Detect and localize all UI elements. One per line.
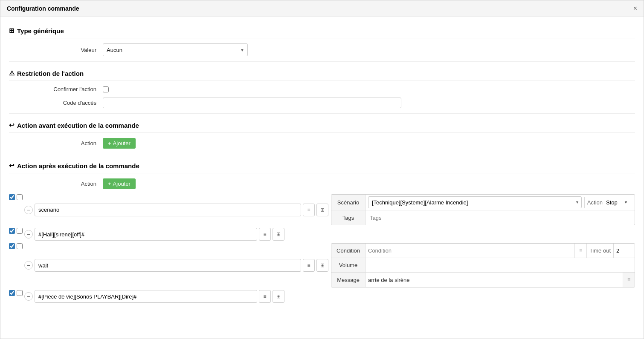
- section-restriction-title: Restriction de l'action: [17, 70, 84, 77]
- section-type-generique: ⊞ Type générique: [9, 23, 635, 38]
- plus-icon-avant: +: [108, 140, 111, 147]
- row2-check-gray[interactable]: [17, 228, 23, 234]
- row1-check-blue[interactable]: [9, 194, 15, 200]
- row4-grid-button[interactable]: ⊞: [273, 290, 284, 303]
- row3-detail-table: Condition ≡ Time out: [331, 243, 635, 287]
- row2-inner: − ≡ ⊞: [24, 228, 284, 241]
- row1-check-gray[interactable]: [17, 194, 23, 200]
- table-row: − ≡ ⊞ Scénario: [9, 194, 635, 225]
- row4-check-blue[interactable]: [9, 290, 15, 296]
- section-action-avant-title: Action avant exécution de la commande: [17, 122, 139, 129]
- add-action-apres-button[interactable]: + Ajouter: [103, 178, 136, 189]
- form-group-valeur: Valeur Aucun: [9, 43, 635, 56]
- section-action-apres-title: Action après exécution de la commande: [17, 162, 139, 170]
- confirmer-checkbox[interactable]: [103, 86, 109, 92]
- code-input[interactable]: [103, 98, 401, 108]
- row3-right-col: Condition ≡ Time out: [331, 243, 635, 287]
- row3-message-icon-btn[interactable]: ≡: [623, 273, 635, 287]
- section-type-generique-title: Type générique: [17, 27, 64, 34]
- grid-icon: ⊞: [9, 27, 15, 34]
- row1-minus-button[interactable]: −: [24, 206, 33, 214]
- row4-minus-button[interactable]: −: [24, 292, 33, 301]
- modal-header: Configuration commande ×: [0, 0, 644, 17]
- row3-check-blue[interactable]: [9, 243, 15, 249]
- row3-minus-button[interactable]: −: [24, 261, 33, 270]
- row1-stop-select[interactable]: Stop Start Pause: [604, 198, 629, 207]
- row3-left-col: − ≡ ⊞: [24, 243, 328, 287]
- row3-text-input[interactable]: [35, 259, 301, 272]
- row2-lines-button[interactable]: ≡: [259, 228, 271, 241]
- modal-configuration-commande: Configuration commande × ⊞ Type génériqu…: [0, 0, 644, 339]
- row3-timeout-input[interactable]: [613, 244, 635, 258]
- row1-lines-button[interactable]: ≡: [303, 204, 315, 216]
- row3-content: − ≡ ⊞ Condition: [24, 243, 635, 287]
- row3-volume-label: Volume: [331, 258, 366, 272]
- code-label: Code d'accès: [17, 100, 103, 106]
- row1-action-label: Action: [587, 199, 603, 206]
- row2-check-blue[interactable]: [9, 228, 15, 234]
- row3-message-row: Message ≡: [331, 273, 635, 287]
- plus-icon-apres: +: [108, 181, 111, 187]
- row3-lines-button[interactable]: ≡: [303, 259, 315, 272]
- row1-tags-content: [366, 210, 635, 225]
- form-group-code: Code d'accès: [9, 98, 635, 108]
- row1-left: [9, 194, 23, 200]
- form-group-confirmer: Confirmer l'action: [9, 86, 635, 92]
- row1-tags-row: Tags: [331, 210, 635, 225]
- row1-scenario-select-wrapper: [Technique][Systeme][Alarme Incendie]: [368, 196, 582, 208]
- modal-title: Configuration commande: [7, 5, 79, 12]
- row1-detail-table: Scénario [Technique][Systeme][Alarme Inc…: [331, 194, 635, 225]
- row4-check-gray[interactable]: [17, 290, 23, 296]
- row1-stop-wrapper: Stop Start Pause ▼: [604, 198, 629, 207]
- row1-grid-button[interactable]: ⊞: [316, 204, 328, 216]
- row3-left: [9, 243, 23, 249]
- row3-condition-label: Condition: [331, 244, 366, 258]
- row3-condition-row: Condition ≡ Time out: [331, 244, 635, 258]
- row3-volume-row: Volume: [331, 258, 635, 273]
- arrow-back-icon-apres: ↩: [9, 162, 15, 170]
- section-action-avant: ↩ Action avant exécution de la commande: [9, 118, 635, 133]
- action-apres-label: Action: [17, 181, 103, 187]
- row2-grid-button[interactable]: ⊞: [273, 228, 284, 241]
- row3-message-input[interactable]: [366, 273, 623, 287]
- row3-timeout-label: Time out: [586, 244, 613, 258]
- row3-volume-input[interactable]: [366, 258, 635, 272]
- row4-text-input[interactable]: [35, 290, 257, 303]
- modal-body: ⊞ Type générique Valeur Aucun ⚠ Restrict…: [0, 17, 644, 339]
- row1-scenario-row: Scénario [Technique][Systeme][Alarme Inc…: [331, 195, 635, 210]
- section-action-apres: ↩ Action après exécution de la commande: [9, 158, 635, 173]
- table-row: − ≡ ⊞: [9, 290, 635, 303]
- confirmer-label: Confirmer l'action: [17, 86, 103, 92]
- row1-scenario-content: [Technique][Systeme][Alarme Incendie] Ac…: [366, 195, 635, 210]
- modal-close-button[interactable]: ×: [633, 5, 637, 12]
- form-group-action-avant: Action + Ajouter: [9, 138, 635, 149]
- add-action-avant-label: Ajouter: [113, 140, 131, 147]
- row1-content: − ≡ ⊞ Scénario: [24, 194, 635, 225]
- row3-check-gray[interactable]: [17, 243, 23, 249]
- arrow-back-icon-avant: ↩: [9, 121, 15, 129]
- action-rows-container: − ≡ ⊞ Scénario: [9, 194, 635, 303]
- row1-right-col: Scénario [Technique][Systeme][Alarme Inc…: [331, 194, 635, 225]
- add-action-apres-label: Ajouter: [113, 181, 131, 187]
- row1-scenario-label: Scénario: [331, 195, 366, 210]
- row1-scenario-select[interactable]: [Technique][Systeme][Alarme Incendie]: [368, 196, 582, 208]
- row1-text-input[interactable]: [35, 204, 301, 216]
- table-row: − ≡ ⊞ Condition: [9, 243, 635, 287]
- table-row: − ≡ ⊞: [9, 228, 635, 241]
- valeur-select[interactable]: Aucun: [103, 43, 248, 56]
- row3-condition-icon-btn[interactable]: ≡: [574, 244, 586, 258]
- row4-left: [9, 290, 23, 296]
- row2-minus-button[interactable]: −: [24, 230, 33, 238]
- row1-tags-input[interactable]: [368, 214, 632, 222]
- action-avant-label: Action: [17, 140, 103, 147]
- row4-lines-button[interactable]: ≡: [259, 290, 271, 303]
- add-action-avant-button[interactable]: + Ajouter: [103, 138, 136, 149]
- row3-message-label: Message: [331, 273, 366, 287]
- row1-action-col: Action Stop Start Pause ▼: [584, 197, 632, 208]
- section-restriction: ⚠ Restriction de l'action: [9, 66, 635, 81]
- valeur-select-wrapper: Aucun: [103, 43, 248, 56]
- row3-grid-button[interactable]: ⊞: [316, 259, 328, 272]
- row1-tags-label: Tags: [331, 210, 366, 225]
- row2-text-input[interactable]: [35, 228, 257, 241]
- row3-condition-input[interactable]: [366, 244, 574, 258]
